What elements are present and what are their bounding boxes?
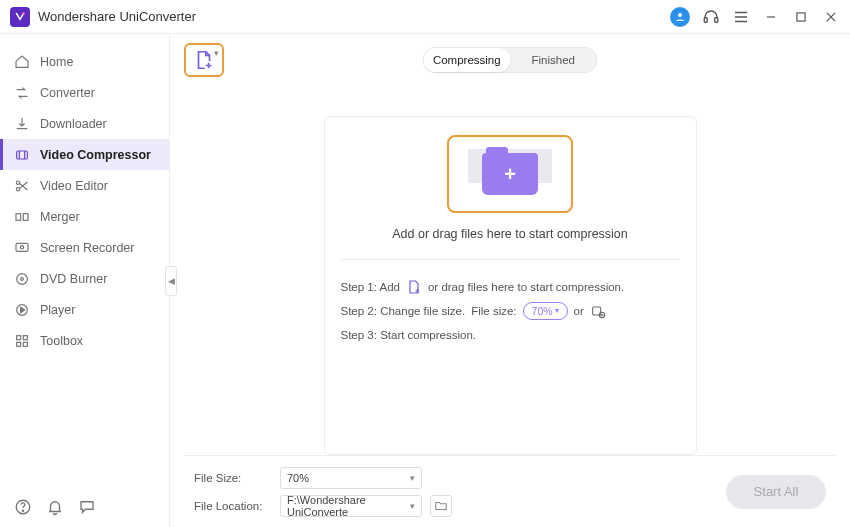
app-logo: [10, 7, 30, 27]
step-3-label: Step 3: Start compression.: [341, 326, 477, 344]
step-2-label-a: Step 2: Change file size.: [341, 302, 466, 320]
svg-rect-3: [715, 17, 718, 22]
feedback-comment-icon[interactable]: [78, 498, 96, 516]
svg-rect-21: [17, 335, 21, 339]
svg-rect-22: [23, 335, 27, 339]
file-size-value: 70%: [287, 472, 309, 484]
downloader-icon: [14, 116, 30, 132]
tab-compressing[interactable]: Compressing: [424, 48, 511, 72]
sidebar-item-merger[interactable]: Merger: [0, 201, 169, 232]
sidebar-item-video-compressor[interactable]: Video Compressor: [0, 139, 169, 170]
chevron-down-icon: ▾: [555, 302, 559, 320]
sidebar-item-label: Screen Recorder: [40, 241, 135, 255]
app-title: Wondershare UniConverter: [38, 9, 670, 24]
toolbox-icon: [14, 333, 30, 349]
merger-icon: [14, 209, 30, 225]
editor-scissors-icon: [14, 178, 30, 194]
converter-icon: [14, 85, 30, 101]
sidebar-item-downloader[interactable]: Downloader: [0, 108, 169, 139]
file-size-select[interactable]: 70% ▾: [280, 467, 422, 489]
step-2: Step 2: Change file size. File size: 70%…: [341, 302, 680, 320]
file-size-row: File Size: 70% ▾: [194, 467, 452, 489]
dvd-icon: [14, 271, 30, 287]
file-size-pill[interactable]: 70% ▾: [523, 302, 568, 320]
step-1: Step 1: Add or drag files here to start …: [341, 278, 680, 296]
sidebar-item-screen-recorder[interactable]: Screen Recorder: [0, 232, 169, 263]
window-maximize-button[interactable]: [792, 8, 810, 26]
titlebar: Wondershare UniConverter: [0, 0, 850, 34]
chevron-down-icon: ▾: [410, 501, 415, 511]
compression-panel: + Add or drag files here to start compre…: [324, 116, 697, 455]
toolbar: ▾ Compressing Finished: [184, 40, 836, 80]
svg-rect-23: [17, 342, 21, 346]
svg-point-18: [17, 273, 28, 284]
sidebar-item-dvd-burner[interactable]: DVD Burner: [0, 263, 169, 294]
svg-point-26: [22, 510, 23, 511]
file-location-row: File Location: F:\Wondershare UniConvert…: [194, 495, 452, 517]
sidebar-item-label: Video Editor: [40, 179, 108, 193]
dropzone-caption: Add or drag files here to start compress…: [392, 227, 628, 241]
svg-rect-16: [16, 243, 28, 251]
svg-rect-24: [23, 342, 27, 346]
sidebar-item-converter[interactable]: Converter: [0, 77, 169, 108]
step-3: Step 3: Start compression.: [341, 326, 680, 344]
svg-rect-2: [704, 17, 707, 22]
sidebar-item-video-editor[interactable]: Video Editor: [0, 170, 169, 201]
sidebar-item-label: Converter: [40, 86, 95, 100]
file-size-pill-value: 70%: [532, 302, 553, 320]
dropzone[interactable]: +: [447, 135, 573, 213]
tab-finished[interactable]: Finished: [510, 48, 597, 72]
browse-folder-button[interactable]: [430, 495, 452, 517]
sidebar-item-player[interactable]: Player: [0, 294, 169, 325]
user-avatar-icon[interactable]: [670, 7, 690, 27]
file-size-label: File Size:: [194, 472, 272, 484]
svg-rect-15: [23, 213, 28, 220]
titlebar-right: [670, 7, 840, 27]
svg-point-0: [22, 12, 25, 15]
recorder-icon: [14, 240, 30, 256]
chevron-down-icon: ▾: [214, 48, 219, 58]
support-headset-icon[interactable]: [702, 8, 720, 26]
sidebar-collapse-button[interactable]: ◀: [165, 266, 177, 296]
file-location-label: File Location:: [194, 500, 272, 512]
add-file-mini-icon: [406, 279, 422, 295]
folder-plus-icon: +: [482, 153, 538, 195]
sidebar-nav: Home Converter Downloader Video Compress…: [0, 34, 169, 487]
step-2-or: or: [574, 302, 584, 320]
sidebar-item-label: Toolbox: [40, 334, 83, 348]
chevron-down-icon: ▾: [410, 473, 415, 483]
notifications-bell-icon[interactable]: [46, 498, 64, 516]
svg-point-17: [20, 245, 23, 248]
sidebar-item-label: DVD Burner: [40, 272, 107, 286]
sidebar-item-home[interactable]: Home: [0, 46, 169, 77]
file-location-select[interactable]: F:\Wondershare UniConverte ▾: [280, 495, 422, 517]
folder-icon: [434, 499, 448, 513]
svg-point-1: [678, 13, 682, 17]
sidebar: Home Converter Downloader Video Compress…: [0, 34, 170, 527]
menu-hamburger-icon[interactable]: [732, 8, 750, 26]
svg-rect-11: [17, 151, 28, 159]
svg-rect-8: [797, 12, 805, 20]
steps: Step 1: Add or drag files here to start …: [341, 259, 680, 344]
player-icon: [14, 302, 30, 318]
sidebar-item-label: Home: [40, 55, 73, 69]
settings-gear-icon[interactable]: [590, 303, 606, 319]
svg-point-19: [21, 277, 24, 280]
step-1-label-a: Step 1: Add: [341, 278, 400, 296]
window-close-button[interactable]: [822, 8, 840, 26]
sidebar-item-label: Downloader: [40, 117, 107, 131]
sidebar-item-label: Video Compressor: [40, 148, 151, 162]
step-2-label-b: File size:: [471, 302, 516, 320]
add-file-button[interactable]: ▾: [184, 43, 224, 77]
sidebar-item-toolbox[interactable]: Toolbox: [0, 325, 169, 356]
file-location-value: F:\Wondershare UniConverte: [287, 494, 410, 518]
main: ▾ Compressing Finished + Add or drag fil…: [170, 34, 850, 527]
window-minimize-button[interactable]: [762, 8, 780, 26]
add-file-icon: [193, 49, 215, 71]
svg-rect-14: [16, 213, 21, 220]
start-all-button[interactable]: Start All: [726, 475, 826, 509]
tab-segment: Compressing Finished: [423, 47, 598, 73]
help-icon[interactable]: [14, 498, 32, 516]
sidebar-bottom: [0, 487, 169, 527]
shell: Home Converter Downloader Video Compress…: [0, 34, 850, 527]
